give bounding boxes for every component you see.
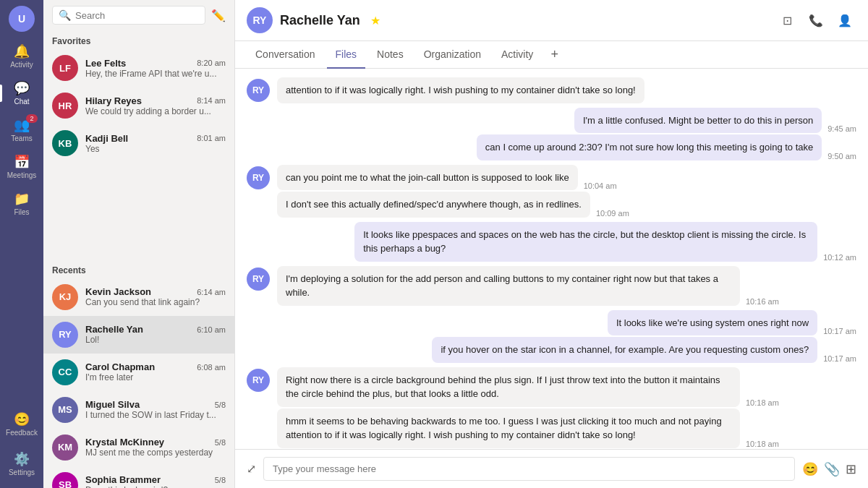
- avatar-krystal-mckinney: KM: [52, 435, 78, 461]
- chat-preview: Can you send that link again?: [85, 297, 226, 307]
- attach-button[interactable]: 📎: [824, 461, 840, 477]
- msg-time: 10:18 am: [746, 440, 779, 448]
- chat-preview: I turned the SOW in last Friday t...: [85, 410, 226, 420]
- nav-label-files: Files: [14, 208, 29, 216]
- tab-notes[interactable]: Notes: [368, 41, 412, 69]
- chat-item-miguel-silva[interactable]: MS Miguel Silva 5/8 I turned the SOW in …: [43, 391, 234, 429]
- chat-info-miguel-silva: Miguel Silva 5/8 I turned the SOW in las…: [85, 399, 226, 420]
- chat-header: RY Rachelle Yan ★ ⊡ 📞 👤: [235, 0, 868, 41]
- msg-line: can you point me to what the join-call b…: [277, 165, 856, 191]
- avatar-rachelle-yan: RY: [52, 322, 78, 348]
- msg-group: It looks like ppespaces and spaces on th…: [247, 222, 856, 262]
- nav-item-meetings[interactable]: 📅 Meetings: [0, 148, 43, 185]
- chat-time: 6:14 am: [197, 288, 226, 296]
- compose-input[interactable]: [263, 457, 795, 481]
- nav-item-settings[interactable]: ⚙️ Settings: [6, 445, 38, 482]
- chat-item-sophia-brammer[interactable]: SB Sophia Brammer 5/8 Does this look wei…: [43, 466, 234, 489]
- activity-icon: 🔔: [14, 43, 30, 59]
- search-icon: 🔍: [59, 9, 71, 21]
- search-box[interactable]: 🔍: [52, 6, 205, 25]
- tab-files[interactable]: Files: [327, 41, 366, 69]
- message-bubble: if you hover on the star icon in a chann…: [432, 337, 817, 363]
- compose-area: ⤢ 😊 📎 ⊞: [235, 449, 868, 488]
- teams-badge: 2: [26, 114, 38, 123]
- favorite-star-icon[interactable]: ★: [370, 14, 380, 27]
- chat-item-lee-felts[interactable]: LF Lee Felts 8:20 am Hey, the iFrame API…: [43, 49, 234, 87]
- tab-activity[interactable]: Activity: [493, 41, 542, 69]
- msg-group: attention to if it was logically right. …: [277, 77, 856, 103]
- message-row: It looks like ppespaces and spaces on th…: [247, 222, 856, 262]
- compose-actions: 😊 📎 ⊞: [802, 461, 856, 477]
- chat-item-rachelle-yan[interactable]: RY Rachelle Yan 6:10 am Lol!: [43, 316, 234, 354]
- nav-item-chat[interactable]: 💬 Chat: [0, 74, 43, 111]
- chat-info-rachelle-yan: Rachelle Yan 6:10 am Lol!: [85, 324, 226, 345]
- msg-line: can I come up around 2:30? I'm not sure …: [477, 134, 856, 160]
- msg-line: I don't see this actually defined/spec'd…: [277, 192, 856, 218]
- video-call-button[interactable]: ⊡: [775, 9, 799, 32]
- avatar-kevin-jackson: KJ: [52, 284, 78, 310]
- msg-group: can you point me to what the join-call b…: [277, 165, 856, 218]
- chat-preview: Does this look weird?: [85, 485, 226, 488]
- chat-info-sophia-brammer: Sophia Brammer 5/8 Does this look weird?: [85, 474, 226, 488]
- msg-line: It looks like ppespaces and spaces on th…: [354, 222, 856, 262]
- msg-time: 10:04 am: [584, 181, 617, 190]
- chat-preview: We could try adding a border u...: [85, 106, 226, 116]
- phone-call-button[interactable]: 📞: [804, 9, 827, 32]
- chat-item-hilary-reyes[interactable]: HR Hilary Reyes 8:14 am We could try add…: [43, 87, 234, 124]
- chat-item-kadji-bell[interactable]: KB Kadji Bell 8:01 am Yes: [43, 124, 234, 162]
- compose-icon[interactable]: ✏️: [211, 9, 226, 22]
- nav-item-activity[interactable]: 🔔 Activity: [0, 38, 43, 74]
- msg-line: I'm a little confused. Might be better t…: [574, 108, 856, 134]
- messages-area: RY attention to if it was logically righ…: [235, 69, 868, 449]
- msg-line: Right now there is a circle background b…: [277, 367, 856, 407]
- avatar-lee-felts: LF: [52, 55, 78, 81]
- chat-info-kadji-bell: Kadji Bell 8:01 am Yes: [85, 133, 226, 154]
- nav-label-activity: Activity: [10, 61, 33, 69]
- nav-item-feedback[interactable]: 😊 Feedback: [6, 406, 38, 442]
- chat-name: Sophia Brammer: [85, 474, 161, 485]
- add-tab-button[interactable]: +: [545, 41, 564, 68]
- chat-time: 5/8: [215, 401, 226, 409]
- avatar-kadji-bell: KB: [52, 130, 78, 156]
- contact-avatar: RY: [247, 7, 273, 33]
- msg-line: I'm deploying a solution for the add per…: [277, 266, 856, 306]
- chat-preview: I'm free later: [85, 372, 226, 382]
- tab-conversation[interactable]: Conversation: [247, 41, 324, 69]
- msg-time: 10:09 am: [596, 209, 629, 218]
- user-avatar[interactable]: U: [9, 6, 35, 32]
- chat-item-carol-chapman[interactable]: CC Carol Chapman 6:08 am I'm free later: [43, 354, 234, 391]
- chat-item-krystal-mckinney[interactable]: KM Krystal McKinney 5/8 MJ sent me the c…: [43, 429, 234, 466]
- settings-icon: ⚙️: [14, 451, 30, 467]
- message-row: RY I'm deploying a solution for the add …: [247, 266, 856, 306]
- chat-name: Miguel Silva: [85, 399, 140, 410]
- chat-info-hilary-reyes: Hilary Reyes 8:14 am We could try adding…: [85, 95, 226, 116]
- emoji-button[interactable]: 😊: [802, 461, 818, 477]
- recents-label: Recents: [43, 260, 234, 278]
- nav-label-chat: Chat: [14, 98, 29, 106]
- avatar-sophia-brammer: SB: [52, 472, 78, 489]
- nav-item-teams[interactable]: 👥 Teams 2: [0, 111, 43, 148]
- avatar-carol-chapman: CC: [52, 359, 78, 385]
- chat-name: Rachelle Yan: [85, 324, 143, 335]
- chat-preview: Yes: [85, 144, 226, 154]
- more-options-button[interactable]: 👤: [833, 9, 856, 32]
- msg-line: It looks like we're using system ones ri…: [608, 310, 856, 336]
- search-input[interactable]: [75, 10, 199, 21]
- nav-label-teams: Teams: [11, 134, 32, 142]
- msg-group: It looks like we're using system ones ri…: [247, 310, 856, 363]
- message-row: I'm a little confused. Might be better t…: [247, 108, 856, 160]
- favorites-list: LF Lee Felts 8:20 am Hey, the iFrame API…: [43, 49, 234, 260]
- expand-icon[interactable]: ⤢: [247, 462, 256, 476]
- chat-item-kevin-jackson[interactable]: KJ Kevin Jackson 6:14 am Can you send th…: [43, 278, 234, 316]
- msg-avatar: RY: [247, 267, 270, 291]
- more-actions-button[interactable]: ⊞: [846, 461, 856, 477]
- message-bubble: I'm deploying a solution for the add per…: [277, 266, 740, 306]
- nav-label-feedback: Feedback: [6, 429, 38, 437]
- tab-organization[interactable]: Organization: [415, 41, 490, 69]
- nav-item-files[interactable]: 📁 Files: [0, 185, 43, 222]
- avatar-hilary-reyes: HR: [52, 93, 78, 119]
- msg-line: attention to if it was logically right. …: [277, 77, 856, 103]
- sidebar: 🔍 ✏️ Favorites LF Lee Felts 8:20 am Hey,…: [43, 0, 235, 488]
- avatar-miguel-silva: MS: [52, 397, 78, 423]
- message-bubble: It looks like we're using system ones ri…: [608, 310, 817, 336]
